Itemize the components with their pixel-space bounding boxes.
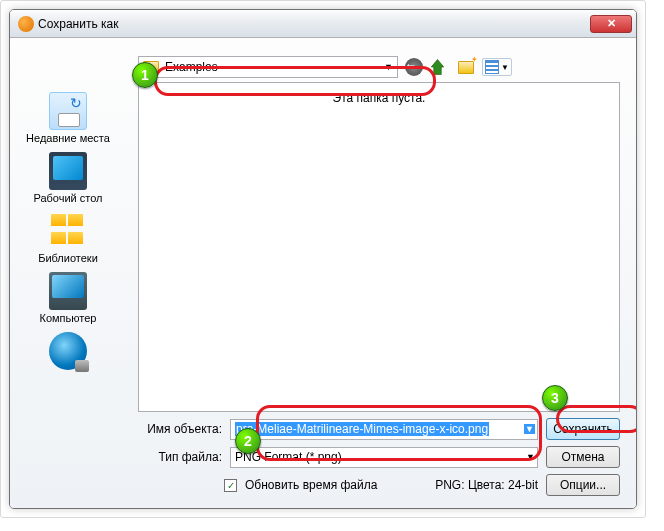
close-button[interactable]: ✕ [590,15,632,33]
libraries-icon [49,212,87,250]
save-as-dialog: Сохранить как ✕ Examples ▼ ← ✦ ▼ [9,9,637,509]
new-folder-button[interactable]: ✦ [456,57,476,77]
sidebar-item-recent[interactable]: Недавние места [18,90,118,146]
view-mode-button[interactable]: ▼ [482,58,512,76]
chevron-down-icon: ▼ [524,424,535,434]
filetype-dropdown[interactable]: PNG Format (*.png) ▼ [230,447,538,468]
computer-icon [49,272,87,310]
window-title: Сохранить как [38,17,590,31]
places-sidebar: Недавние места Рабочий стол Библиотеки К… [18,82,118,412]
filename-input[interactable]: pra-Meliae-Matrilineare-Mimes-image-x-ic… [230,419,538,440]
filename-value: pra-Meliae-Matrilineare-Mimes-image-x-ic… [235,422,489,436]
folder-icon [143,61,159,74]
recent-places-icon [49,92,87,130]
update-time-checkbox[interactable]: ✓ [224,479,237,492]
cancel-button[interactable]: Отмена [546,446,620,468]
sidebar-label: Компьютер [40,312,97,324]
options-button[interactable]: Опции... [546,474,620,496]
sidebar-item-libraries[interactable]: Библиотеки [18,210,118,266]
sidebar-label: Рабочий стол [33,192,102,204]
back-button[interactable]: ← [404,57,424,77]
chevron-down-icon: ▼ [526,452,535,462]
file-list[interactable]: Эта папка пуста. [138,82,620,412]
sidebar-label: Недавние места [26,132,110,144]
empty-folder-message: Эта папка пуста. [333,91,426,105]
app-icon [18,16,34,32]
titlebar: Сохранить как ✕ [10,10,636,38]
sidebar-item-computer[interactable]: Компьютер [18,270,118,326]
chevron-down-icon: ▼ [384,62,393,72]
sidebar-item-network[interactable] [18,330,118,374]
sparkle-icon: ✦ [471,55,478,64]
save-button[interactable]: Сохранить [546,418,620,440]
network-icon [49,332,87,370]
filename-label: Имя объекта: [138,422,222,436]
filetype-label: Тип файла: [138,450,222,464]
chevron-down-icon: ▼ [501,63,509,72]
location-dropdown[interactable]: Examples ▼ [138,56,398,78]
checkbox-label: Обновить время файла [245,478,377,492]
sidebar-label: Библиотеки [38,252,98,264]
filetype-value: PNG Format (*.png) [235,450,342,464]
location-name: Examples [165,60,218,74]
up-button[interactable] [430,57,450,77]
grid-icon [485,60,499,74]
up-arrow-icon [430,57,450,77]
sidebar-item-desktop[interactable]: Рабочий стол [18,150,118,206]
desktop-icon [49,152,87,190]
format-status: PNG: Цвета: 24-bit [435,478,538,492]
